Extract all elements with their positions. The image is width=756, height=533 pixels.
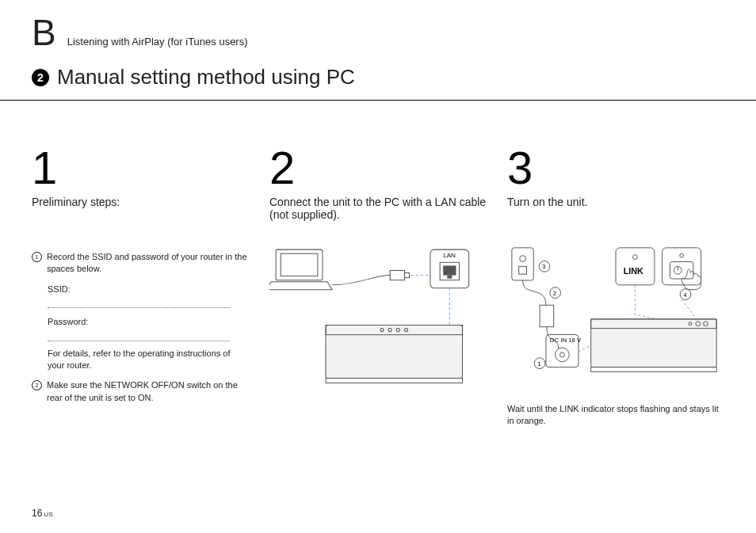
diagram-lan-connection: LAN [269,243,487,399]
step-title: Turn on the unit. [507,196,724,227]
link-indicator-label: LINK [624,266,643,276]
svg-rect-38 [591,367,717,372]
dc-in-label: DC IN 18 V [550,337,582,344]
step-number: 3 [507,145,724,191]
svg-point-28 [680,253,684,257]
ssid-label: SSID: [48,284,249,295]
page-number: 16 [32,508,42,519]
svg-rect-15 [512,248,533,280]
svg-point-23 [560,352,565,357]
page: B Listening with AirPlay (for iTunes use… [0,0,756,533]
substep-text: Record the SSID and password of your rou… [47,251,249,276]
lan-port-label: LAN [443,252,456,259]
section-subtitle: Listening with AirPlay (for iTunes users… [67,36,248,48]
subsection-number-icon: 2 [32,69,49,86]
marker-1-icon: 1 [537,360,540,367]
lan-diagram-svg: LAN [269,243,487,396]
step-2: 2 Connect the unit to the PC with a LAN … [269,145,487,428]
section-letter: B [32,14,56,51]
password-label: Password: [48,316,249,328]
svg-rect-20 [540,305,554,326]
svg-rect-3 [404,273,409,278]
svg-point-26 [633,255,638,260]
step-body: 1 Record the SSID and password of your r… [32,251,249,404]
step-1: 1 Preliminary steps: 1 Record the SSID a… [32,145,249,428]
svg-rect-0 [276,249,323,280]
details-note: For details, refer to the operating inst… [48,348,249,372]
password-input-line[interactable] [48,333,230,341]
step-3: 3 Turn on the unit. 3 2 [507,145,724,428]
substep-text: Make sure the NETWORK OFF/ON switch on t… [47,379,249,404]
step-note: Wait until the LINK indicator stops flas… [507,403,724,428]
svg-rect-1 [281,253,318,276]
section-header: B Listening with AirPlay (for iTunes use… [32,14,724,51]
svg-rect-8 [326,326,463,379]
circled-1-icon: 1 [32,252,42,262]
substep: 1 Record the SSID and password of your r… [32,251,249,276]
svg-rect-6 [443,265,456,275]
step-title: Connect the unit to the PC with a LAN ca… [269,196,487,227]
svg-rect-17 [519,266,527,274]
svg-rect-7 [447,276,452,279]
marker-4-icon: 4 [683,291,687,299]
steps-row: 1 Preliminary steps: 1 Record the SSID a… [32,145,724,428]
step-number: 1 [32,145,249,191]
circled-2-icon: 2 [32,380,42,390]
substep: 2 Make sure the NETWORK OFF/ON switch on… [32,379,249,404]
marker-3-icon: 3 [542,263,545,270]
subsection-header: 2 Manual setting method using PC [32,65,724,89]
page-region: US [44,511,52,518]
horizontal-rule [0,100,756,101]
svg-point-22 [556,348,570,362]
ssid-input-line[interactable] [48,300,230,308]
step-title: Preliminary steps: [32,196,249,227]
page-footer: 16US [32,508,52,519]
svg-rect-14 [326,378,463,383]
subsection-title: Manual setting method using PC [57,65,355,89]
diagram-power-on: 3 2 DC IN 18 V 1 [507,243,724,394]
step-number: 2 [269,145,487,191]
marker-2-icon: 2 [553,290,556,297]
svg-point-16 [520,256,526,262]
power-diagram-svg: 3 2 DC IN 18 V 1 [507,243,724,390]
svg-rect-2 [390,271,404,280]
